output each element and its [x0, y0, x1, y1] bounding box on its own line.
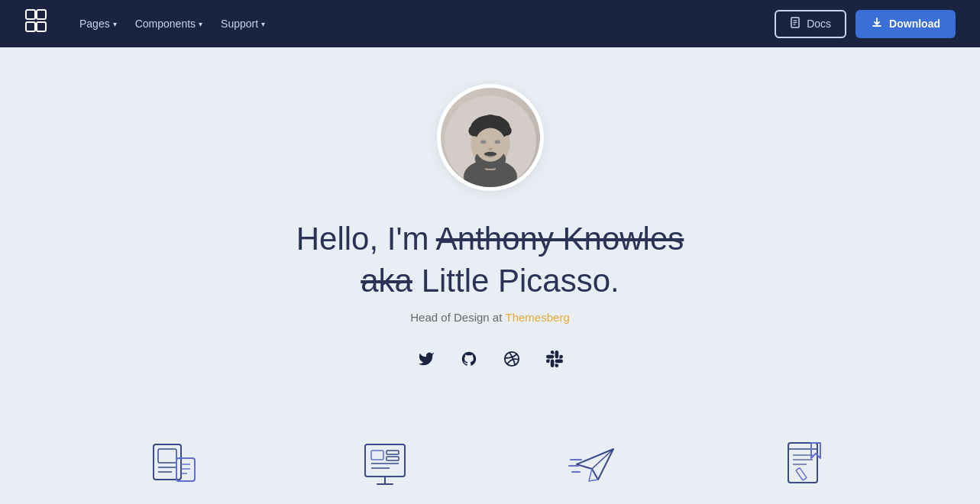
chevron-down-icon: ▾ — [113, 20, 117, 28]
logo — [24, 8, 52, 40]
hero-subtitle: Head of Design at Themesberg — [410, 311, 569, 324]
svg-point-20 — [480, 141, 486, 144]
github-icon[interactable] — [455, 345, 483, 373]
navbar: Pages ▾ Components ▾ Support ▾ — [0, 0, 980, 47]
dribbble-icon[interactable] — [498, 345, 526, 373]
chevron-down-icon: ▾ — [261, 20, 265, 28]
skill-team-lead: Team Lead — [700, 418, 910, 504]
development-icon — [568, 437, 623, 492]
svg-rect-36 — [387, 457, 399, 460]
skill-product-design: Product Design — [70, 418, 280, 504]
hero-title: Hello, I'm Anthony Knowles aka Little Pi… — [296, 218, 684, 302]
download-button[interactable]: Download — [855, 10, 956, 38]
svg-rect-2 — [26, 22, 35, 31]
chevron-down-icon: ▾ — [199, 20, 202, 28]
svg-rect-50 — [796, 468, 807, 481]
main-content: Hello, I'm Anthony Knowles aka Little Pi… — [0, 47, 980, 504]
svg-rect-29 — [176, 458, 195, 481]
team-lead-icon — [778, 437, 833, 492]
nav-pages[interactable]: Pages ▾ — [79, 18, 117, 30]
svg-rect-0 — [26, 10, 35, 19]
svg-rect-3 — [37, 22, 46, 31]
download-icon — [871, 17, 883, 31]
twitter-icon[interactable] — [412, 345, 440, 373]
nav-links: Pages ▾ Components ▾ Support ▾ — [79, 18, 265, 30]
avatar — [437, 84, 544, 191]
svg-point-23 — [484, 152, 496, 157]
skills-row: Product Design Prototyping — [70, 418, 910, 504]
svg-rect-35 — [387, 451, 399, 454]
skill-development: Development — [490, 418, 700, 504]
avatar-image — [441, 88, 540, 187]
nav-support[interactable]: Support ▾ — [221, 18, 265, 30]
navbar-left: Pages ▾ Components ▾ Support ▾ — [24, 8, 265, 40]
svg-point-22 — [488, 147, 493, 150]
nav-components[interactable]: Components ▾ — [135, 18, 202, 30]
prototyping-icon — [357, 437, 412, 492]
svg-point-18 — [484, 115, 496, 128]
product-design-icon — [147, 437, 202, 492]
slack-icon[interactable] — [541, 345, 568, 373]
doc-icon — [790, 17, 802, 31]
svg-rect-34 — [371, 451, 383, 460]
svg-point-15 — [501, 126, 511, 136]
svg-rect-26 — [158, 449, 176, 463]
logo-icon — [24, 8, 52, 40]
svg-point-21 — [494, 141, 500, 144]
social-icons-row — [412, 345, 568, 373]
docs-button[interactable]: Docs — [775, 10, 846, 38]
svg-rect-1 — [37, 10, 46, 19]
navbar-right: Docs Download — [775, 10, 956, 38]
skill-prototyping: Prototyping — [280, 418, 490, 504]
